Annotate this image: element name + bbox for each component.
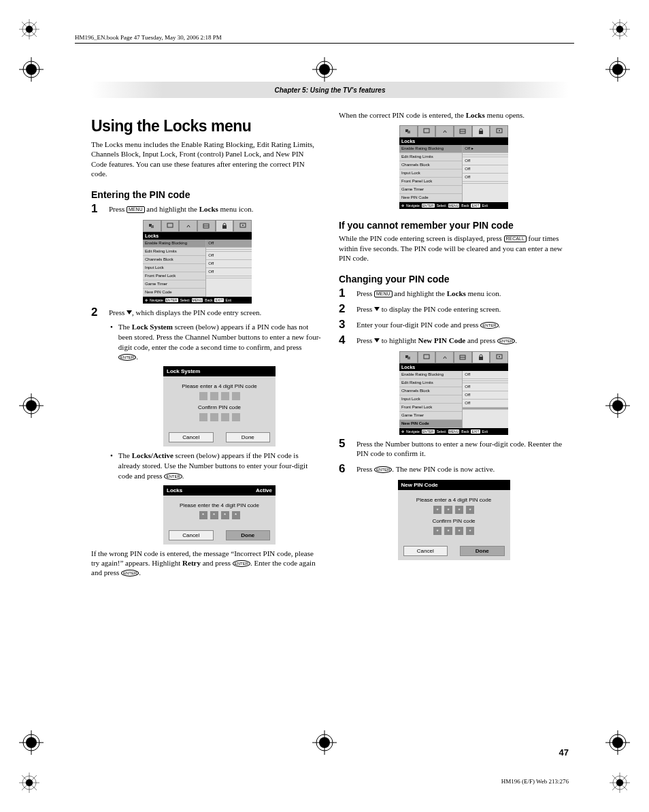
osd-tab-icon bbox=[435, 351, 454, 363]
osd-tab-icon bbox=[418, 125, 436, 137]
osd-title: Locks bbox=[143, 232, 252, 240]
enter-key-icon: ENTER bbox=[164, 473, 182, 480]
osd-row: Game Timer bbox=[399, 186, 462, 194]
heading-change-pin: Changing your PIN code bbox=[339, 274, 569, 285]
figure-locks-osd-1: Locks Enable Rating Blocking Edit Rating… bbox=[143, 220, 252, 304]
bullet-locks-active: • The Locks/Active screen (below) appear… bbox=[110, 451, 321, 481]
step-3: 3 Enter your four-digit PIN code and pre… bbox=[339, 319, 569, 331]
dialog-title: Locks bbox=[167, 487, 182, 493]
osd-footer: ✥Navigate ENTERSelect MENUBack EXITExit bbox=[399, 202, 508, 209]
osd-val: Off bbox=[463, 157, 508, 165]
cancel-button: Cancel bbox=[169, 432, 214, 442]
step-text: Press the Number buttons to enter a new … bbox=[356, 439, 569, 459]
chapter-title: Chapter 5: Using the TV's features bbox=[91, 82, 569, 98]
pin-boxes bbox=[169, 392, 270, 400]
crop-mark-icon bbox=[605, 393, 630, 418]
dialog-text: Please enter the 4 digit PIN code bbox=[169, 502, 270, 508]
osd-tab-icon bbox=[233, 220, 252, 232]
step-text: Press to display the PIN code entering s… bbox=[356, 304, 501, 314]
step-1: 1 Press MENU and highlight the Locks men… bbox=[339, 287, 569, 300]
svg-point-71 bbox=[499, 130, 500, 131]
dpad-icon: ✥ bbox=[401, 429, 404, 434]
svg-rect-73 bbox=[407, 357, 410, 359]
osd-title: Locks bbox=[399, 363, 508, 371]
heading-entering-pin: Entering the PIN code bbox=[91, 189, 321, 200]
osd-val bbox=[206, 276, 252, 278]
page: HM196_EN.book Page 47 Tuesday, May 30, 2… bbox=[0, 0, 649, 812]
osd-title: Locks bbox=[399, 137, 508, 145]
osd-val: Off bbox=[463, 165, 508, 174]
heading-using-locks: Using the Locks menu bbox=[91, 117, 321, 135]
crop-mark-icon bbox=[19, 57, 44, 82]
osd-row: New PIN Code bbox=[143, 289, 205, 297]
osd-val: Off bbox=[463, 371, 508, 379]
osd-val bbox=[463, 182, 508, 184]
step-number: 1 bbox=[91, 203, 101, 214]
figure-lock-system-dialog: Lock System Please enter a 4 digit PIN c… bbox=[163, 366, 276, 446]
menu-key-icon: MENU bbox=[127, 206, 145, 213]
osd-tab-icon bbox=[161, 220, 180, 232]
svg-rect-66 bbox=[424, 129, 429, 133]
dialog-status: Active bbox=[256, 487, 272, 493]
step-5: 5 Press the Number buttons to enter a ne… bbox=[339, 438, 569, 461]
osd-tab-icon bbox=[490, 351, 508, 363]
dialog-title: Lock System bbox=[167, 368, 200, 374]
osd-tab-icon bbox=[418, 351, 436, 363]
osd-row: Front Panel Lock bbox=[399, 178, 462, 186]
done-button: Done bbox=[226, 432, 271, 442]
pin-boxes: **** bbox=[403, 527, 505, 535]
osd-tab-icon bbox=[399, 351, 418, 363]
pin-boxes: **** bbox=[403, 506, 505, 514]
osd-footer: ✥Navigate ENTERSelect MENUBack EXITExit bbox=[143, 297, 252, 304]
step-number: 1 bbox=[339, 287, 348, 299]
osd-row: Channels Block bbox=[399, 387, 462, 395]
step-4: 4 Press to highlight New PIN Code and pr… bbox=[339, 334, 569, 347]
osd-row: Channels Block bbox=[143, 256, 205, 264]
recall-key-icon: RECALL bbox=[504, 236, 527, 242]
osd-row: Game Timer bbox=[143, 280, 205, 289]
osd-row: Enable Rating Blocking bbox=[399, 145, 462, 153]
dialog-text: Please enter a 4 digit PIN code bbox=[169, 383, 270, 389]
enter-key-icon: ENTER bbox=[233, 560, 250, 567]
osd-val: Off bbox=[463, 174, 508, 182]
step-2: 2 Press , which displays the PIN code en… bbox=[91, 306, 321, 319]
osd-tab-icon bbox=[179, 220, 197, 232]
down-arrow-icon bbox=[127, 310, 132, 314]
crop-mark-icon bbox=[312, 57, 337, 82]
right-intro: When the correct PIN code is entered, th… bbox=[339, 110, 569, 120]
lock-tab-icon bbox=[216, 220, 234, 232]
bullet-lock-system: • The Lock System screen (below) appears… bbox=[110, 322, 321, 362]
step-2: 2 Press to display the PIN code entering… bbox=[339, 303, 569, 316]
svg-rect-58 bbox=[167, 223, 173, 227]
osd-tab-icon bbox=[454, 351, 472, 363]
content-area: Chapter 5: Using the TV's features Using… bbox=[91, 82, 569, 744]
registration-mark-icon bbox=[19, 19, 39, 39]
enter-key-icon: ENTER bbox=[497, 338, 515, 344]
osd-val: Off bbox=[206, 252, 252, 260]
pin-boxes: **** bbox=[169, 511, 270, 519]
dialog-title: New PIN Code bbox=[401, 482, 438, 488]
figure-locks-osd-3: Locks Enable Rating Blocking Edit Rating… bbox=[399, 351, 508, 435]
page-number: 47 bbox=[559, 747, 569, 758]
crop-mark-icon bbox=[19, 730, 44, 755]
dialog-text: Confirm PIN code bbox=[403, 518, 505, 524]
step-text: Press ENTER. The new PIN code is now act… bbox=[356, 464, 495, 474]
svg-rect-61 bbox=[222, 225, 227, 229]
step-text: Enter your four-digit PIN code and press… bbox=[356, 320, 500, 330]
step-6: 6 Press ENTER. The new PIN code is now a… bbox=[339, 463, 569, 476]
osd-val: Off bbox=[206, 260, 252, 268]
osd-tab-icon bbox=[435, 125, 454, 137]
osd-tab-icon bbox=[143, 220, 161, 232]
imprint-code: HM196 (E/F) Web 213:276 bbox=[501, 778, 569, 785]
osd-tab-icon bbox=[399, 125, 418, 137]
dialog-text: Confirm PIN code bbox=[169, 404, 270, 410]
down-arrow-icon bbox=[374, 307, 380, 311]
step-number: 3 bbox=[339, 319, 348, 330]
osd-val bbox=[463, 408, 508, 410]
step-number: 2 bbox=[339, 303, 348, 314]
done-button: Done bbox=[460, 546, 505, 556]
svg-rect-69 bbox=[479, 131, 483, 134]
step-text: Press , which displays the PIN code entr… bbox=[109, 308, 261, 318]
enter-key-icon: ENTER bbox=[118, 354, 136, 361]
svg-rect-77 bbox=[479, 357, 483, 360]
